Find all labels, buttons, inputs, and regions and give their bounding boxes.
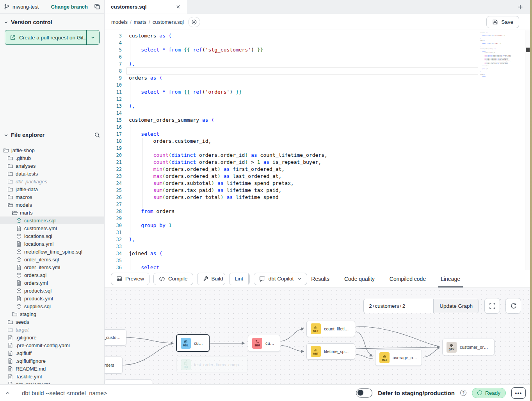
code-line-20[interactable]: 20 count(distinct orders.order_id) as co… bbox=[105, 152, 478, 159]
change-branch-link[interactable]: Change branch bbox=[51, 4, 88, 10]
tab-lineage[interactable]: Lineage bbox=[441, 270, 460, 287]
scrollbar-thumb[interactable] bbox=[526, 48, 530, 52]
code-line-4[interactable]: 4 bbox=[105, 39, 478, 46]
code-line-34[interactable]: 34joined as ( bbox=[105, 250, 478, 257]
code-line-6[interactable]: 6 bbox=[105, 53, 478, 60]
tree-item-order_items.yml[interactable]: order_items.yml bbox=[0, 263, 104, 271]
tree-item-macros[interactable]: macros bbox=[0, 193, 104, 201]
tab-compiled-code[interactable]: Compiled code bbox=[390, 270, 426, 287]
tree-item-metricflow_time_spine.sql[interactable]: metricflow_time_spine.sql bbox=[0, 248, 104, 256]
code-line-11[interactable]: 11 select * from {{ ref('orders') }} bbox=[105, 89, 478, 96]
code-line-26[interactable]: 26 sum(orders.order_total) as lifetime_s… bbox=[105, 194, 478, 201]
compile-button[interactable]: Compile bbox=[153, 273, 193, 285]
editor-scrollbar[interactable] bbox=[525, 30, 530, 270]
code-lines[interactable]: 3customers as (45 select * from {{ ref('… bbox=[105, 32, 478, 270]
save-button[interactable]: Save bbox=[486, 16, 519, 28]
tab-results[interactable]: Results bbox=[311, 270, 329, 287]
create-pr-button[interactable]: Create a pull request on Git... bbox=[5, 30, 86, 44]
tree-item-models[interactable]: models bbox=[0, 201, 104, 209]
lineage-node-customers_semantic[interactable]: SEMcustomers bbox=[248, 335, 280, 352]
tree-item-marts[interactable]: marts bbox=[0, 209, 104, 216]
tree-item-customers.yml[interactable]: customers.yml bbox=[0, 224, 104, 232]
tree-item-locations.yml[interactable]: locations.yml bbox=[0, 240, 104, 248]
more-options-button[interactable]: ••• bbox=[511, 387, 526, 399]
code-line-32[interactable]: 32), bbox=[105, 236, 478, 243]
code-line-15[interactable]: 15customer_orders_summary as ( bbox=[105, 117, 478, 124]
preview-button[interactable]: Preview bbox=[111, 273, 149, 285]
tree-item-order_items.sql[interactable]: order_items.sql bbox=[0, 256, 104, 263]
lineage-node-average_order_value[interactable]: METaverage_order_value bbox=[375, 350, 422, 366]
tree-item-customers.sql[interactable]: customers.sql bbox=[0, 216, 104, 224]
code-line-7[interactable]: 7), bbox=[105, 60, 478, 67]
code-line-19[interactable]: 19 bbox=[105, 145, 478, 152]
lineage-panel[interactable]: stg_customersordersMDLcustomersTSTtest_o… bbox=[105, 288, 532, 384]
tree-item-staging[interactable]: staging bbox=[0, 310, 104, 318]
code-line-21[interactable]: 21 count(distinct orders.order_id) > 1 a… bbox=[105, 159, 478, 166]
tree-item-.sqlfluffignore[interactable]: .sqlfluffignore bbox=[0, 357, 104, 365]
tree-item-README.md[interactable]: README.md bbox=[0, 365, 104, 373]
tree-item-seeds[interactable]: seeds bbox=[0, 318, 104, 326]
chevron-up-icon[interactable] bbox=[0, 385, 15, 401]
dbt-copilot-button[interactable]: dbt Copilot bbox=[254, 273, 308, 285]
defer-toggle[interactable] bbox=[356, 389, 372, 397]
tree-item-locations.sql[interactable]: locations.sql bbox=[0, 232, 104, 240]
tree-item-.github[interactable]: .github bbox=[0, 154, 104, 162]
lineage-node-stg_customers[interactable]: stg_customers bbox=[105, 329, 126, 346]
tree-item-dbt_packages[interactable]: dbt_packages bbox=[0, 177, 104, 185]
code-line-27[interactable]: 27 bbox=[105, 201, 478, 208]
tree-item-products.sql[interactable]: products.sql bbox=[0, 287, 104, 295]
lineage-node-count_lifetime_orders[interactable]: METcount_lifetime_orders bbox=[306, 321, 355, 337]
tree-item-orders.sql[interactable]: orders.sql bbox=[0, 271, 104, 279]
editor-minimap[interactable]: customers as ( select * from {{ ref('stg… bbox=[480, 32, 511, 84]
tree-item-orders.yml[interactable]: orders.yml bbox=[0, 279, 104, 287]
code-line-16[interactable]: 16 bbox=[105, 124, 478, 131]
tree-item-Taskfile.yml[interactable]: Taskfile.yml bbox=[0, 373, 104, 380]
tree-item-dbt_project.yml[interactable]: dbt_project.yml bbox=[0, 380, 104, 384]
lineage-node-orders[interactable]: orders bbox=[105, 357, 123, 374]
code-line-17[interactable]: 17 select bbox=[105, 131, 478, 138]
code-line-35[interactable]: 35 bbox=[105, 257, 478, 264]
code-line-24[interactable]: 24 sum(orders.subtotal) as lifetime_spen… bbox=[105, 180, 478, 187]
navigate-icon[interactable] bbox=[188, 17, 200, 27]
help-icon[interactable]: ? bbox=[460, 390, 466, 396]
code-line-13[interactable]: 13), bbox=[105, 103, 478, 110]
lineage-node-test_order_items[interactable]: TSTtest_order_items_compute_to_bools... bbox=[176, 357, 248, 373]
lint-button[interactable]: Lint bbox=[230, 273, 248, 285]
code-line-28[interactable]: 28 from orders bbox=[105, 208, 478, 215]
refresh-button[interactable] bbox=[505, 298, 521, 314]
tree-item-.gitignore[interactable]: .gitignore bbox=[0, 334, 104, 341]
code-line-12[interactable]: 12 bbox=[105, 96, 478, 103]
status-badge[interactable]: Ready bbox=[472, 388, 506, 398]
code-line-3[interactable]: 3customers as ( bbox=[105, 32, 478, 39]
search-icon[interactable] bbox=[94, 132, 100, 138]
tree-item-.pre-commit-config.yaml[interactable]: .pre-commit-config.yaml bbox=[0, 341, 104, 349]
code-line-23[interactable]: 23 max(orders.ordered_at) as last_ordere… bbox=[105, 173, 478, 180]
version-control-header[interactable]: Version control bbox=[0, 14, 104, 29]
code-line-30[interactable]: 30 group by 1 bbox=[105, 222, 478, 229]
lineage-node-partial_node[interactable] bbox=[105, 379, 152, 384]
tree-item-data-tests[interactable]: data-tests bbox=[0, 170, 104, 177]
code-line-9[interactable]: 9orders as ( bbox=[105, 75, 478, 82]
tree-item-jaffle-data[interactable]: jaffle-data bbox=[0, 185, 104, 193]
create-pr-dropdown[interactable] bbox=[86, 30, 99, 44]
tree-item-.sqlfluff[interactable]: .sqlfluff bbox=[0, 349, 104, 357]
update-graph-button[interactable]: Update Graph bbox=[433, 299, 479, 313]
close-icon[interactable] bbox=[176, 4, 181, 9]
tree-item-jaffle-shop[interactable]: jaffle-shop bbox=[0, 146, 104, 154]
breadcrumb-item[interactable]: marts bbox=[134, 19, 147, 25]
lineage-node-customer_order_metrics[interactable]: QRYcustomer_order_metrics bbox=[442, 339, 495, 355]
code-line-18[interactable]: 18 orders.customer_id, bbox=[105, 138, 478, 145]
breadcrumb-item[interactable]: customers.sql bbox=[153, 19, 184, 25]
tree-item-supplies.sql[interactable]: supplies.sql bbox=[0, 302, 104, 310]
code-line-29[interactable]: 29 bbox=[105, 215, 478, 222]
fullscreen-button[interactable] bbox=[484, 298, 500, 314]
code-line-10[interactable]: 10 bbox=[105, 82, 478, 89]
copy-icon[interactable] bbox=[94, 4, 100, 10]
lineage-node-lifetime_spend_pretax[interactable]: METlifetime_spend_pretax bbox=[306, 343, 355, 360]
breadcrumb-item[interactable]: models bbox=[111, 19, 128, 25]
tree-item-products.yml[interactable]: products.yml bbox=[0, 295, 104, 302]
code-line-22[interactable]: 22 min(orders.ordered_at) as first_order… bbox=[105, 166, 478, 173]
tab-customers-sql[interactable]: customers.sql bbox=[105, 0, 187, 14]
code-editor[interactable]: 3customers as (45 select * from {{ ref('… bbox=[105, 30, 532, 270]
code-line-33[interactable]: 33 bbox=[105, 243, 478, 250]
